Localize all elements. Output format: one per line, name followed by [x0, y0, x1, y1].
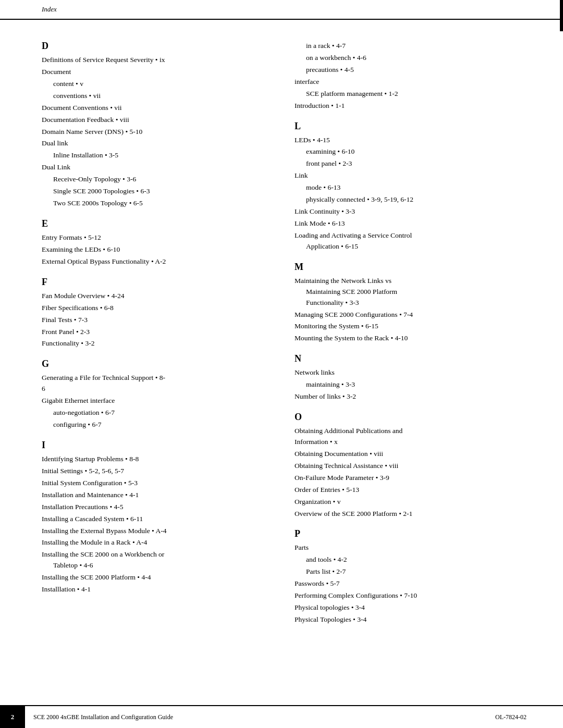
- header-label: Index: [42, 5, 57, 14]
- entry-m3: Monitoring the System • 6-15: [295, 321, 527, 332]
- entry-l4: Link: [295, 170, 527, 181]
- entry-d7: Domain Name Server (DNS) • 5-10: [42, 127, 274, 138]
- entry-o6: Organization • v: [295, 497, 527, 508]
- entry-i1: Identifying Startup Problems • 8-8: [42, 454, 274, 465]
- entry-i9: Installing the SCE 2000 on a Workbench o…: [42, 549, 274, 571]
- entry-m4: Mounting the System to the Rack • 4-10: [295, 333, 527, 344]
- left-column: D Definitions of Service Request Severit…: [42, 41, 274, 626]
- entry-o3: Obtaining Technical Assistance • viii: [295, 461, 527, 472]
- entry-f1: Fan Module Overview • 4-24: [42, 291, 274, 302]
- entry-i10: Installing the SCE 2000 Platform • 4-4: [42, 572, 274, 583]
- entry-m2: Managing SCE 2000 Configurations • 7-4: [295, 310, 527, 320]
- entry-r-workbench: on a workbench • 4-6: [295, 53, 527, 64]
- entry-r-in-rack: in a rack • 4-7: [295, 41, 527, 52]
- entry-l6: physically connected • 3-9, 5-19, 6-12: [295, 194, 527, 205]
- main-content: D Definitions of Service Request Severit…: [0, 20, 563, 658]
- entry-l5: mode • 6-13: [295, 182, 527, 193]
- entry-d1: Definitions of Service Request Severity …: [42, 55, 274, 66]
- entry-l1: LEDs • 4-15: [295, 135, 527, 146]
- entry-p3: Parts list • 2-7: [295, 566, 527, 577]
- entry-i11: Installlation • 4-1: [42, 584, 274, 595]
- entry-e3: External Optical Bypass Functionality • …: [42, 256, 274, 267]
- right-col-top-spacer: in a rack • 4-7 on a workbench • 4-6 pre…: [295, 41, 527, 112]
- top-right-accent: [560, 0, 563, 31]
- entry-m1: Maintaining the Network Links vsMaintain…: [295, 276, 527, 309]
- footer-title: SCE 2000 4xGBE Installation and Configur…: [33, 713, 173, 721]
- entry-o5: Order of Entries • 5-13: [295, 485, 527, 496]
- entry-d3: content • v: [42, 79, 274, 90]
- section-o: O: [295, 412, 527, 423]
- entry-n3: Number of links • 3-2: [295, 391, 527, 402]
- section-i: I: [42, 440, 274, 451]
- entry-e1: Entry Formats • 5-12: [42, 232, 274, 243]
- entry-o2: Obtaining Documentation • viii: [295, 449, 527, 460]
- entry-d6: Documentation Feedback • viii: [42, 115, 274, 126]
- top-bar: Index: [0, 0, 563, 20]
- entry-l8: Link Mode • 6-13: [295, 218, 527, 229]
- entry-p1: Parts: [295, 542, 527, 553]
- entry-p4: Passwords • 5-7: [295, 578, 527, 589]
- section-e: E: [42, 218, 274, 229]
- entry-f3: Final Tests • 7-3: [42, 315, 274, 326]
- entry-g1: Generating a File for Technical Support …: [42, 373, 274, 394]
- entry-i2: Initial Settings • 5-2, 5-6, 5-7: [42, 466, 274, 477]
- entry-r-precautions: precautions • 4-5: [295, 65, 527, 76]
- entry-p7: Physical Topologies • 3-4: [295, 614, 527, 625]
- entry-f4: Front Panel • 2-3: [42, 327, 274, 338]
- footer-code: OL-7824-02: [495, 713, 527, 721]
- entry-i6: Installing a Cascaded System • 6-11: [42, 514, 274, 525]
- footer-page-number: 2: [0, 706, 25, 728]
- footer-left: 2 SCE 2000 4xGBE Installation and Config…: [0, 706, 173, 728]
- entry-d8: Dual link: [42, 138, 274, 149]
- entry-p6: Physical topologies • 3-4: [295, 602, 527, 613]
- entry-r-sce-mgmt: SCE platform management • 1-2: [295, 89, 527, 100]
- entry-l2: examining • 6-10: [295, 146, 527, 157]
- entry-l9: Loading and Activating a Service Control…: [295, 230, 527, 252]
- entry-o1: Obtaining Additional Publications andInf…: [295, 426, 527, 448]
- entry-d2: Document: [42, 67, 274, 78]
- entry-e2: Examining the LEDs • 6-10: [42, 244, 274, 255]
- entry-d9: Inline Installation • 3-5: [42, 150, 274, 161]
- page: Index D Definitions of Service Request S…: [0, 0, 563, 728]
- section-f: F: [42, 277, 274, 288]
- entry-g3: auto-negotiation • 6-7: [42, 408, 274, 418]
- entry-i5: Installation Precautions • 4-5: [42, 502, 274, 513]
- entry-d4: conventions • vii: [42, 91, 274, 102]
- entry-r-interface: interface: [295, 77, 527, 88]
- entry-d11: Receive-Only Topology • 3-6: [42, 174, 274, 185]
- entry-g4: configuring • 6-7: [42, 419, 274, 430]
- entry-d12: Single SCE 2000 Topologies • 6-3: [42, 186, 274, 197]
- entry-i7: Installing the External Bypass Module • …: [42, 526, 274, 537]
- footer: 2 SCE 2000 4xGBE Installation and Config…: [0, 705, 563, 728]
- entry-d5: Document Conventions • vii: [42, 103, 274, 114]
- entry-i4: Installation and Maintenance • 4-1: [42, 490, 274, 501]
- entry-o7: Overview of the SCE 2000 Platform • 2-1: [295, 509, 527, 520]
- entry-p2: and tools • 4-2: [295, 554, 527, 565]
- entry-g2: Gigabit Ethernet interface: [42, 396, 274, 406]
- section-m: M: [295, 262, 527, 273]
- entry-i8: Installing the Module in a Rack • A-4: [42, 537, 274, 548]
- section-p: P: [295, 528, 527, 539]
- entry-n2: maintaining • 3-3: [295, 379, 527, 390]
- entry-f2: Fiber Specifications • 6-8: [42, 303, 274, 314]
- entry-i3: Initial System Configuration • 5-3: [42, 478, 274, 489]
- section-l: L: [295, 121, 527, 132]
- entry-l3: front panel • 2-3: [295, 158, 527, 169]
- section-d: D: [42, 41, 274, 52]
- section-n: N: [295, 353, 527, 364]
- entry-n1: Network links: [295, 367, 527, 378]
- section-g: G: [42, 359, 274, 369]
- entry-d13: Two SCE 2000s Topology • 6-5: [42, 198, 274, 209]
- entry-f5: Functionality • 3-2: [42, 338, 274, 349]
- entry-l7: Link Continuity • 3-3: [295, 206, 527, 217]
- entry-o4: On-Failure Mode Parameter • 3-9: [295, 473, 527, 484]
- entry-d10: Dual Link: [42, 162, 274, 173]
- right-column: in a rack • 4-7 on a workbench • 4-6 pre…: [295, 41, 527, 626]
- entry-r-intro: Introduction • 1-1: [295, 101, 527, 112]
- entry-p5: Performing Complex Configurations • 7-10: [295, 590, 527, 601]
